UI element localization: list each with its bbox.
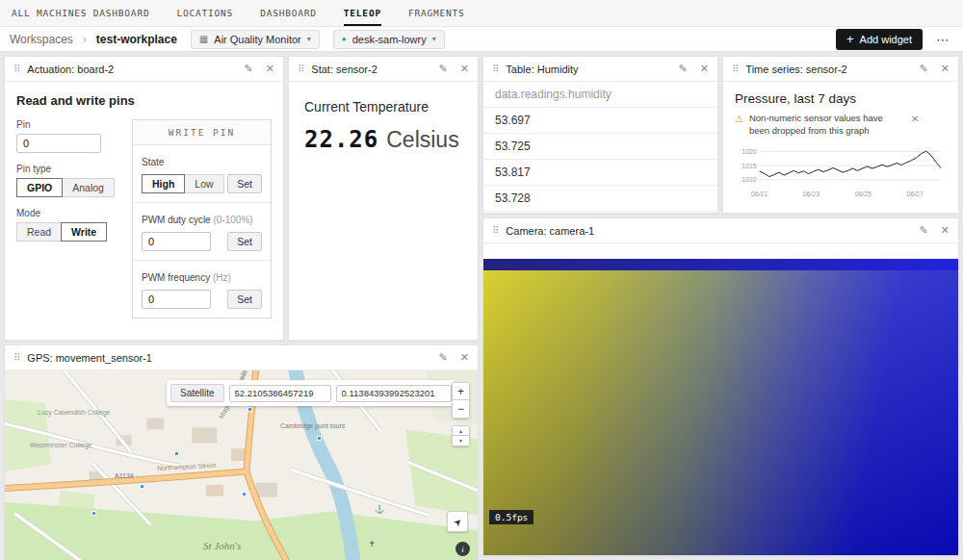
widget-header: ⠿ Time series: sensor-2 ✎ ✕ bbox=[723, 57, 958, 82]
nav-locations[interactable]: LOCATIONS bbox=[176, 0, 233, 26]
stat-heading: Current Temperature bbox=[304, 99, 462, 115]
map-attribution-icon[interactable]: i bbox=[455, 542, 470, 556]
edit-icon[interactable]: ✎ bbox=[439, 351, 448, 364]
pwm-duty-input[interactable] bbox=[142, 232, 211, 251]
close-icon[interactable]: ✕ bbox=[941, 63, 950, 75]
part-select[interactable]: ● desk-sam-lowry ▾ bbox=[333, 30, 445, 49]
close-icon[interactable]: ✕ bbox=[460, 351, 469, 364]
chevron-down-icon: ▾ bbox=[432, 35, 436, 43]
widget-header: ⠿ Camera: camera-1 ✎ ✕ bbox=[483, 218, 958, 243]
map-marker bbox=[91, 511, 96, 516]
nav-all-machines-dashboard[interactable]: ALL MACHINES DASHBOARD bbox=[12, 0, 149, 26]
nav-teleop[interactable]: TELEOP bbox=[344, 0, 381, 26]
nav-fragments[interactable]: FRAGMENTS bbox=[408, 0, 465, 26]
close-icon[interactable]: ✕ bbox=[460, 63, 469, 75]
locate-button[interactable]: ➤ bbox=[447, 511, 468, 532]
mode-toggle: Read Write bbox=[16, 222, 107, 242]
map-marker bbox=[317, 436, 322, 441]
stat-value: 22.26 bbox=[304, 126, 378, 153]
svg-text:1020: 1020 bbox=[742, 147, 756, 154]
satellite-toggle-button[interactable]: Satellite bbox=[170, 384, 224, 402]
overflow-menu-icon[interactable]: ⋯ bbox=[932, 32, 953, 47]
breadcrumb-workspaces[interactable]: Workspaces bbox=[10, 33, 73, 46]
svg-text:1010: 1010 bbox=[742, 176, 756, 183]
close-icon[interactable]: ✕ bbox=[700, 63, 709, 75]
plus-icon: + bbox=[846, 33, 854, 45]
widget-title: Actuation: board-2 bbox=[27, 64, 114, 75]
svg-text:06/21: 06/21 bbox=[751, 190, 768, 196]
pwm-frequency-hint: (Hz) bbox=[213, 272, 231, 283]
widget-table: ⠿ Table: Humidity ✎ ✕ data.readings.humi… bbox=[482, 56, 718, 214]
widget-actuation: ⠿ Actuation: board-2 ✎ ✕ Read and write … bbox=[4, 56, 284, 341]
map-poi-anchor-icon: ⚓ bbox=[375, 505, 384, 514]
map-poi-church-icon: ✝ bbox=[369, 540, 376, 548]
warning-dismiss-icon[interactable]: ✕ bbox=[909, 113, 921, 126]
edit-icon[interactable]: ✎ bbox=[245, 63, 253, 75]
svg-text:06/23: 06/23 bbox=[803, 190, 820, 196]
pitch-down-button[interactable]: ▼ bbox=[452, 436, 470, 446]
breadcrumb-current-workspace: test-workplace bbox=[96, 33, 177, 46]
table-row: 53.728 bbox=[483, 186, 717, 212]
teleop-screen: ALL MACHINES DASHBOARD LOCATIONS DASHBOA… bbox=[0, 0, 963, 560]
timeseries-chart-svg: 10101015102006/2106/2306/2506/27 bbox=[735, 141, 947, 201]
pin-type-analog-button[interactable]: Analog bbox=[62, 178, 115, 197]
drag-handle-icon[interactable]: ⠿ bbox=[13, 352, 20, 363]
add-widget-button[interactable]: + Add widget bbox=[836, 29, 923, 50]
table-row: 53.817 bbox=[483, 160, 717, 186]
pin-type-gpio-button[interactable]: GPIO bbox=[16, 178, 63, 197]
machine-select[interactable]: ▦ Air Quality Monitor ▾ bbox=[191, 30, 320, 49]
gps-map[interactable]: Lucy Cavendish CollegeWestminster Colleg… bbox=[5, 370, 478, 560]
pwm-frequency-set-button[interactable]: Set bbox=[227, 290, 262, 309]
actuation-body: Read and write pins Pin Pin type GPIO An… bbox=[5, 82, 283, 330]
pin-type-toggle: GPIO Analog bbox=[16, 178, 115, 197]
edit-icon[interactable]: ✎ bbox=[439, 63, 448, 75]
pwm-frequency-input[interactable] bbox=[142, 290, 211, 309]
widget-header: ⠿ Stat: sensor-2 ✎ ✕ bbox=[289, 57, 478, 82]
fps-badge: 0.5fps bbox=[489, 510, 534, 524]
mode-read-button[interactable]: Read bbox=[16, 222, 62, 242]
nav-dashboard[interactable]: DASHBOARD bbox=[260, 0, 317, 26]
longitude-input[interactable] bbox=[336, 385, 452, 402]
drag-handle-icon[interactable]: ⠿ bbox=[492, 225, 499, 236]
map-marker bbox=[174, 451, 179, 456]
edit-icon[interactable]: ✎ bbox=[920, 224, 928, 237]
drag-handle-icon[interactable]: ⠿ bbox=[13, 64, 20, 74]
edit-icon[interactable]: ✎ bbox=[679, 63, 688, 75]
drag-handle-icon[interactable]: ⠿ bbox=[732, 64, 739, 74]
map-marker bbox=[140, 484, 144, 489]
map-label: A1134 bbox=[115, 472, 134, 479]
edit-icon[interactable]: ✎ bbox=[920, 63, 928, 75]
pin-input[interactable] bbox=[16, 134, 101, 153]
pitch-up-button[interactable]: ▲ bbox=[452, 425, 470, 436]
mode-write-button[interactable]: Write bbox=[61, 222, 107, 242]
close-icon[interactable]: ✕ bbox=[266, 63, 274, 75]
state-label: State bbox=[142, 157, 164, 167]
widget-title: Time series: sensor-2 bbox=[745, 64, 846, 75]
latitude-input[interactable] bbox=[229, 385, 331, 402]
close-icon[interactable]: ✕ bbox=[941, 224, 950, 237]
warning-text: Non-numeric sensor values have been drop… bbox=[749, 113, 903, 138]
map-label: Northampton Street bbox=[157, 462, 216, 471]
toolbar: Workspaces › test-workplace ▦ Air Qualit… bbox=[0, 27, 963, 52]
zoom-out-button[interactable]: − bbox=[452, 400, 470, 419]
map-coordinate-bar: Satellite bbox=[167, 380, 455, 406]
timeseries-body: Pressure, last 7 days ⚠ Non-numeric sens… bbox=[723, 82, 958, 207]
state-low-button[interactable]: Low bbox=[184, 174, 223, 193]
state-set-button[interactable]: Set bbox=[227, 174, 262, 193]
machine-select-label: Air Quality Monitor bbox=[214, 34, 300, 45]
state-high-button[interactable]: High bbox=[142, 174, 185, 193]
zoom-in-button[interactable]: + bbox=[452, 382, 470, 400]
widget-title: Camera: camera-1 bbox=[506, 225, 594, 237]
chevron-down-icon: ▾ bbox=[307, 35, 311, 43]
pwm-duty-set-button[interactable]: Set bbox=[227, 232, 262, 251]
pin-type-label: Pin type bbox=[16, 164, 118, 174]
map-marker bbox=[247, 407, 252, 412]
top-nav: ALL MACHINES DASHBOARD LOCATIONS DASHBOA… bbox=[0, 0, 963, 27]
camera-feed: 0.5fps bbox=[483, 259, 958, 555]
drag-handle-icon[interactable]: ⠿ bbox=[298, 64, 304, 74]
drag-handle-icon[interactable]: ⠿ bbox=[492, 64, 499, 74]
widget-title: GPS: movement_sensor-1 bbox=[27, 352, 152, 364]
camera-body: 0.5fps bbox=[483, 243, 958, 555]
part-select-label: desk-sam-lowry bbox=[352, 34, 427, 45]
widget-header: ⠿ Actuation: board-2 ✎ ✕ bbox=[5, 57, 283, 82]
